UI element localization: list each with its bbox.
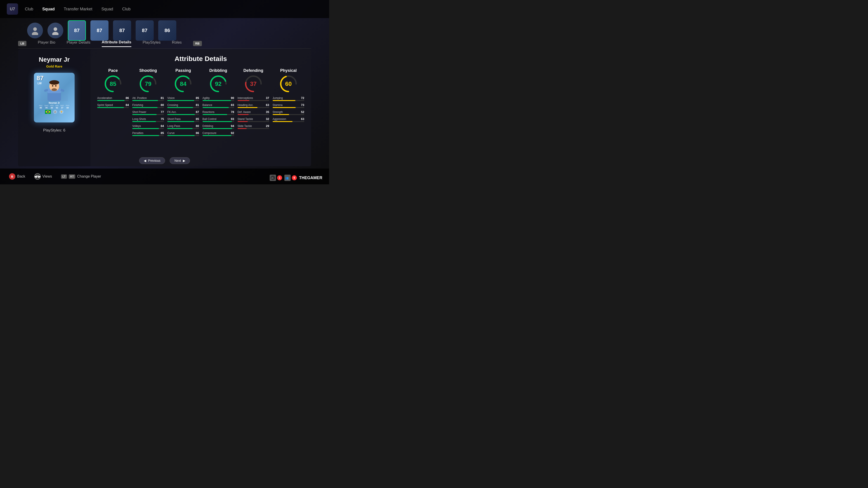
next-button[interactable]: Next ▶	[170, 157, 190, 164]
club-badge: U7	[7, 3, 18, 15]
stat-list-shooting: Att. Position81Finishing80Shot Power77Lo…	[132, 96, 164, 136]
tab-player-details[interactable]: Player Details	[67, 40, 90, 46]
stat-row-stamina: Stamina73	[273, 103, 304, 108]
main-content: Neymar Jr Gold Rare 87 LW	[18, 49, 311, 166]
player-avatar-2[interactable]	[48, 23, 63, 38]
nav-squad2[interactable]: Squad	[101, 7, 113, 11]
stat-value-vision: 85	[196, 96, 199, 100]
stat-bar-sprint-speed	[97, 107, 124, 108]
card-player-image	[41, 76, 68, 101]
change-player-button[interactable]: LT RT Change Player	[61, 174, 101, 179]
top-navigation: U7 Club Squad Transfer Market Squad Club	[0, 0, 329, 18]
stat-row-acceleration: Acceleration86	[97, 96, 129, 101]
stat-value-sprint-speed: 84	[126, 103, 129, 107]
change-player-label: Change Player	[77, 174, 101, 178]
tab-playstyles[interactable]: PlayStyles	[143, 40, 160, 46]
tab-rb-button[interactable]: RB	[193, 41, 202, 46]
stat-list-dribbling: Agility90Balance83Reactions78Ball Contro…	[203, 96, 234, 136]
nav-transfer-market[interactable]: Transfer Market	[64, 7, 92, 11]
category-name-physical: Physical	[280, 68, 297, 73]
stat-name-vision: Vision	[167, 96, 175, 100]
stat-name-shot-power: Shot Power	[132, 110, 146, 113]
tab-attribute-details[interactable]: Attribute Details	[102, 40, 131, 47]
category-header-defending: Defending 37	[243, 68, 264, 93]
svg-point-8	[52, 85, 53, 87]
player-card-mini-2[interactable]: 87	[90, 20, 108, 41]
stat-row-interceptions: Interceptions37	[238, 96, 269, 101]
circle-value-shooting: 79	[145, 80, 151, 88]
category-header-passing: Passing 84	[174, 68, 192, 93]
stat-bar-long-shots	[132, 121, 156, 122]
tab-lb-button[interactable]: LB	[18, 41, 26, 46]
player-card-mini-4[interactable]: 87	[135, 20, 154, 41]
tab-player-bio[interactable]: Player Bio	[38, 40, 55, 46]
stat-bar-volleys	[132, 128, 159, 129]
circle-progress-pace: 85	[104, 75, 122, 93]
notification-badge-2: 6	[292, 175, 297, 180]
stat-name-crossing: Crossing	[167, 103, 178, 107]
player-avatar-1[interactable]	[27, 23, 43, 38]
stat-value-jumping: 72	[301, 96, 304, 100]
stat-row-crossing: Crossing81	[167, 103, 199, 108]
stat-row-agility: Agility90	[203, 96, 234, 101]
stat-row-vision: Vision85	[167, 96, 199, 101]
stat-value-fk-acc.: 87	[196, 110, 199, 113]
stat-name-acceleration: Acceleration	[97, 96, 112, 100]
stat-bar-shot-power	[132, 114, 157, 115]
notification-badge-1: 1	[277, 175, 282, 180]
left-arrow-icon: ◀	[144, 159, 146, 162]
stat-bar-stand-tackle	[238, 121, 248, 122]
card-flags: ⚽ 🏆	[45, 110, 64, 114]
category-name-dribbling: Dribbling	[209, 68, 227, 73]
right-arrow-icon: ▶	[183, 159, 185, 162]
stat-row-volleys: Volleys84	[132, 124, 164, 129]
category-name-pace: Pace	[108, 68, 118, 73]
card-position: LW	[37, 82, 41, 85]
card-rating: 87	[37, 74, 43, 82]
stat-value-acceleration: 86	[126, 96, 129, 100]
stat-row-dribbling: Dribbling94	[203, 124, 234, 129]
stat-name-stand-tackle: Stand Tackle	[238, 118, 253, 121]
stat-name-curve: Curve	[167, 131, 175, 135]
attr-category-pace: Pace 85 Acceleration86Sprint Speed84	[97, 68, 129, 136]
previous-button[interactable]: ◀ Previous	[139, 157, 165, 164]
stat-name-interceptions: Interceptions	[238, 96, 253, 100]
stat-list-pace: Acceleration86Sprint Speed84	[97, 96, 129, 108]
views-button[interactable]: ◀R▶ Views	[34, 173, 52, 180]
stat-name-stamina: Stamina	[273, 103, 283, 107]
tab-roles[interactable]: Roles	[172, 40, 182, 46]
circle-progress-physical: 60	[279, 75, 298, 93]
stat-name-long-shots: Long Shots	[132, 118, 146, 121]
svg-point-7	[49, 80, 59, 85]
group-icon: 👥	[284, 175, 291, 181]
category-name-defending: Defending	[243, 68, 264, 73]
player-card-mini-5[interactable]: 86	[158, 20, 176, 41]
stat-row-long-pass: Long Pass80	[167, 124, 199, 129]
player-card-mini-3[interactable]: 87	[113, 20, 131, 41]
stat-name-jumping: Jumping	[273, 96, 283, 100]
stat-name-fk-acc.: FK Acc.	[167, 110, 177, 113]
stat-value-strength: 52	[301, 110, 304, 113]
stat-bar-stamina	[273, 107, 296, 108]
stat-row-slide-tackle: Slide Tackle29	[238, 124, 269, 129]
stat-value-long-shots: 75	[161, 117, 164, 121]
player-card-mini-1[interactable]: 87	[68, 20, 86, 41]
circle-value-dribbling: 92	[215, 80, 221, 88]
stat-list-physical: Jumping72Stamina73Strength52Aggression63	[273, 96, 304, 122]
stat-row-sprint-speed: Sprint Speed84	[97, 103, 129, 108]
back-button[interactable]: B Back	[9, 173, 25, 180]
controller-icon: 🎮	[270, 175, 276, 181]
playstyles-label: PlayStyles: 6	[43, 128, 65, 133]
card-stat-dri: DRI 92	[55, 105, 59, 109]
stat-name-short-pass: Short Pass	[167, 118, 181, 121]
nav-club2[interactable]: Club	[122, 7, 130, 11]
stat-bar-composure	[203, 135, 232, 136]
stat-row-heading-acc: Heading Acc.63	[238, 103, 269, 108]
svg-point-3	[52, 32, 59, 35]
stat-row-ball-control: Ball Control93	[203, 117, 234, 122]
nav-club[interactable]: Club	[25, 7, 33, 11]
stat-name-att.-position: Att. Position	[132, 96, 147, 100]
stat-bar-ball-control	[203, 121, 232, 122]
nav-squad[interactable]: Squad	[42, 7, 55, 11]
left-panel-player-card: Neymar Jr Gold Rare 87 LW	[18, 49, 90, 166]
